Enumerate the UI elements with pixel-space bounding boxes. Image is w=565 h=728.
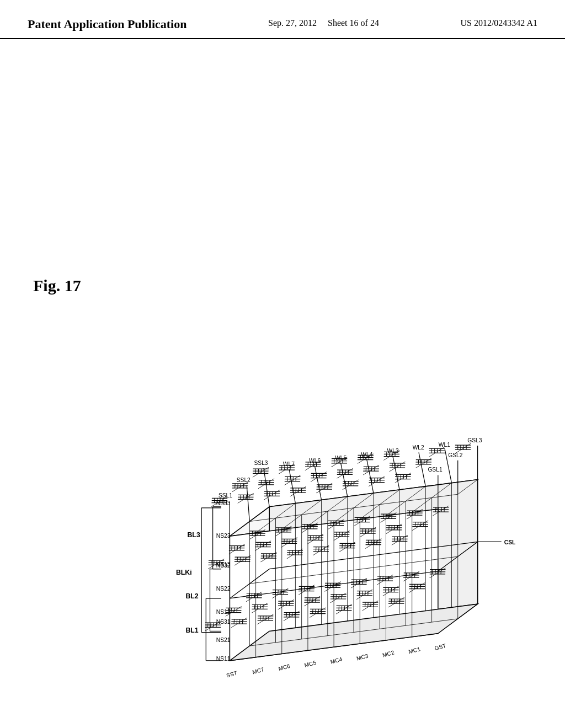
ns22-label: NS22 (216, 585, 231, 591)
wl7-label: WL7 (283, 461, 295, 467)
publication-date: Sep. 27, 2012 (268, 18, 317, 28)
blki-label: BLKi (176, 568, 192, 576)
svg-line-73 (340, 462, 347, 496)
gst-label: GST (434, 643, 447, 651)
ns23-label: NS23 (216, 533, 231, 539)
svg-line-72 (315, 465, 321, 500)
mc7-label: MC7 (252, 666, 265, 675)
mc1-label: MC1 (408, 646, 421, 655)
wl4-label: WL4 (361, 451, 372, 457)
svg-line-67 (264, 468, 269, 507)
ns32-label: NS32 (216, 562, 231, 568)
circuit-diagram: .label-text { font-family: Arial, sans-s… (88, 83, 530, 718)
mc3-label: MC3 (356, 652, 369, 661)
wl6-label: WL6 (309, 457, 321, 463)
bl3-label: BL3 (187, 531, 200, 539)
sst-label: SST (226, 670, 238, 678)
fig-number: Fig. 17 (33, 276, 81, 295)
main-content: Fig. 17 (0, 39, 565, 712)
wl1-label: WL1 (439, 442, 450, 448)
ns11-label: NS11 (216, 655, 231, 661)
gsl2-label: GSL2 (448, 452, 463, 458)
csl-label: CSL (504, 539, 516, 545)
ns12-label: NS12 (216, 608, 231, 614)
svg-line-71 (289, 469, 295, 504)
svg-line-76 (419, 452, 425, 486)
gsl1-label: GSL1 (428, 467, 443, 473)
gsl3-label: GSL3 (467, 437, 482, 443)
ns21-label: NS21 (216, 637, 231, 643)
svg-line-75 (393, 456, 399, 490)
wl2-label: WL2 (413, 445, 424, 451)
ns33-label: NS33 (216, 500, 231, 506)
patent-number: US 2012/0243342 A1 (460, 17, 537, 30)
mc2-label: MC2 (382, 649, 395, 658)
ns31-label: NS31 (216, 619, 231, 625)
bl2-label: BL2 (185, 592, 198, 600)
wl3-label: WL3 (387, 448, 399, 454)
sheet-info: Sheet 16 of 24 (328, 18, 379, 28)
mc4-label: MC4 (330, 656, 343, 665)
ssl1-label: SSL1 (218, 493, 232, 499)
svg-line-66 (247, 485, 249, 521)
mc5-label: MC5 (303, 659, 317, 668)
page-header: Patent Application Publication Sep. 27, … (0, 0, 565, 39)
mc6-label: MC6 (278, 662, 291, 671)
header-date-sheet: Sep. 27, 2012 Sheet 16 of 24 (268, 17, 379, 30)
figure-label: Fig. 17 (33, 276, 81, 295)
wl5-label: WL5 (335, 454, 347, 461)
ssl2-label: SSL2 (237, 477, 250, 483)
svg-line-74 (367, 459, 374, 493)
ssl3-label: SSL3 (254, 460, 268, 466)
publication-title: Patent Application Publication (28, 17, 186, 33)
bl1-label: BL1 (185, 626, 198, 634)
